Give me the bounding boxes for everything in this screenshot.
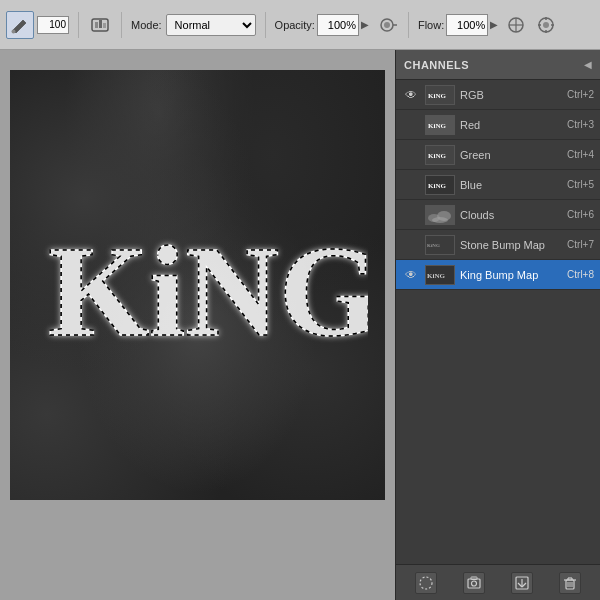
svg-rect-40 [471,577,477,580]
svg-text:KiNG: KiNG [428,182,446,190]
opacity-input[interactable]: 100% [317,14,359,36]
channel-name-rgb: RGB [460,89,562,101]
separator-3 [265,12,266,38]
svg-point-39 [472,581,477,586]
svg-point-12 [543,22,549,28]
delete-channel-button[interactable] [559,572,581,594]
separator-1 [78,12,79,38]
channel-list: 👁 KiNG RGB Ctrl+2 👁 KiNG [396,80,600,290]
svg-text:KiNG: KiNG [428,92,446,100]
channel-thumb-kingbump: KiNG [425,265,455,285]
channel-row-rgb[interactable]: 👁 KiNG RGB Ctrl+2 [396,80,600,110]
svg-point-0 [12,29,16,33]
channel-shortcut-green: Ctrl+4 [567,149,594,160]
opacity-label: Opacity: [275,19,315,31]
save-channel-button[interactable] [463,572,485,594]
toolbar: 100 Mode: Normal Multiply Screen Overlay… [0,0,600,50]
load-channel-button[interactable] [415,572,437,594]
flow-label: Flow: [418,19,444,31]
channel-row-kingbump[interactable]: 👁 KiNG King Bump Map Ctrl+8 [396,260,600,290]
flow-arrow: ▶ [490,19,498,30]
svg-text:KiNG: KiNG [427,272,445,280]
channel-name-red: Red [460,119,562,131]
channel-eye-kingbump[interactable]: 👁 [402,266,420,284]
svg-rect-2 [95,22,98,28]
channel-shortcut-stonebump: Ctrl+7 [567,239,594,250]
svg-text:KiNG: KiNG [428,122,446,130]
new-channel-button[interactable] [511,572,533,594]
king-text-overlay: .marching-ants { fill: none; stroke: whi… [28,185,368,385]
channel-name-blue: Blue [460,179,562,191]
panel-header: CHANNELS ◀ [396,50,600,80]
channel-thumb-stonebump: KiNG [425,235,455,255]
channel-thumb-clouds [425,205,455,225]
channel-shortcut-blue: Ctrl+5 [567,179,594,190]
mode-select[interactable]: Normal Multiply Screen Overlay [166,14,256,36]
svg-text:KiNG: KiNG [428,152,446,160]
channel-eye-rgb[interactable]: 👁 [402,86,420,104]
channel-shortcut-clouds: Ctrl+6 [567,209,594,220]
image-canvas[interactable]: .marching-ants { fill: none; stroke: whi… [10,70,385,500]
svg-point-31 [432,217,448,223]
main-area: .marching-ants { fill: none; stroke: whi… [0,50,600,600]
channel-name-clouds: Clouds [460,209,562,221]
brush-tool-button[interactable] [6,11,34,39]
panel-spacer [396,290,600,564]
channel-row-clouds[interactable]: 👁 Clouds Ctrl+6 [396,200,600,230]
channel-thumb-blue: KiNG [425,175,455,195]
channel-row-green[interactable]: 👁 KiNG Green Ctrl+4 [396,140,600,170]
flow-input[interactable]: 100% [446,14,488,36]
channel-name-stonebump: Stone Bump Map [460,239,562,251]
channel-shortcut-rgb: Ctrl+2 [567,89,594,100]
airbrush-icon[interactable] [375,13,399,37]
opacity-arrow: ▶ [361,19,369,30]
brush-size-input[interactable]: 100 [37,16,69,34]
svg-text:KiNG: KiNG [48,219,368,363]
separator-2 [121,12,122,38]
channel-thumb-green: KiNG [425,145,455,165]
channel-shortcut-kingbump: Ctrl+8 [567,269,594,280]
clone-icon[interactable] [504,13,528,37]
channel-thumb-rgb: KiNG [425,85,455,105]
svg-rect-38 [468,579,480,588]
panel-title: CHANNELS [404,59,469,71]
channel-name-green: Green [460,149,562,161]
options-icon[interactable] [534,13,558,37]
panel-collapse-button[interactable]: ◀ [584,59,592,70]
separator-4 [408,12,409,38]
channels-panel: CHANNELS ◀ 👁 KiNG RGB Ctrl+2 👁 [395,50,600,600]
channel-name-kingbump: King Bump Map [460,269,562,281]
channel-row-red[interactable]: 👁 KiNG Red Ctrl+3 [396,110,600,140]
mode-label: Mode: [131,19,162,31]
channel-thumb-red: KiNG [425,115,455,135]
channel-row-stonebump[interactable]: 👁 KiNG Stone Bump Map Ctrl+7 [396,230,600,260]
svg-point-6 [384,22,390,28]
svg-rect-34 [426,236,454,254]
svg-rect-3 [99,20,102,28]
svg-point-37 [420,577,432,589]
channel-shortcut-red: Ctrl+3 [567,119,594,130]
channel-row-blue[interactable]: 👁 KiNG Blue Ctrl+5 [396,170,600,200]
panel-footer [396,564,600,600]
canvas-area: .marching-ants { fill: none; stroke: whi… [0,50,395,600]
pressure-icon[interactable] [88,13,112,37]
svg-rect-4 [103,23,106,28]
